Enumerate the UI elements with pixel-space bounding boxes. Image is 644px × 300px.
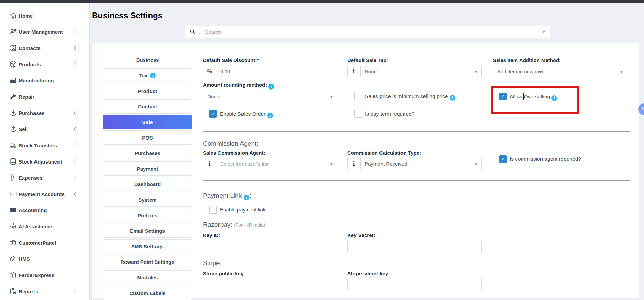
commission-calculation-type-select[interactable]: i Payment Received ▼: [347, 158, 482, 169]
select-caret-icon: ▼: [330, 95, 333, 99]
key-id-label: Key ID:: [203, 232, 221, 238]
manufacturing-icon: [9, 76, 17, 84]
select-caret-icon: ▼: [475, 162, 477, 166]
tab-payment[interactable]: Payment: [103, 161, 192, 176]
info-icon[interactable]: i: [267, 112, 273, 118]
tab-contact[interactable]: Contact: [103, 99, 192, 114]
tab-purchases[interactable]: Purchases: [103, 146, 192, 160]
sidebar-item-payment-accounts[interactable]: Payment Accounts: [0, 186, 89, 202]
sidebar-item-stock-adjustment[interactable]: Stock Adjustment: [0, 153, 89, 170]
default-sale-tax-select[interactable]: i None ▼: [347, 66, 482, 77]
sidebar: Home User Management Contacts Products M…: [0, 3, 90, 300]
is-pay-term-required-checkbox[interactable]: ✓: [354, 110, 362, 118]
info-icon[interactable]: i: [450, 95, 455, 101]
tab-system[interactable]: System: [103, 193, 192, 207]
search-dropdown-caret-icon[interactable]: ▼: [543, 30, 545, 34]
select-caret-icon: ▼: [620, 70, 623, 74]
razorpay-note: (For INR India): [234, 222, 266, 228]
payment-link-heading-colon: :: [249, 192, 251, 199]
info-prefix-icon: i: [348, 66, 361, 77]
percent-prefix-icon: %: [203, 66, 216, 77]
stripe-secret-key-input[interactable]: [348, 279, 481, 290]
tab-dashboard[interactable]: Dashboard: [103, 177, 192, 191]
sidebar-item-fardarexpress[interactable]: FardarExpress: [0, 267, 89, 283]
stripe-public-key-input[interactable]: [203, 279, 337, 290]
section-divider: [203, 131, 630, 132]
razorpay-heading-text: Razorpay:: [203, 221, 232, 228]
amount-rounding-method-label: Amount rounding method: i: [203, 82, 274, 90]
search-input[interactable]: [200, 26, 543, 38]
tab-reward-point-settings[interactable]: Reward Point Settings: [103, 255, 192, 269]
sales-item-addition-method-value: Add item in new row: [493, 66, 627, 77]
allow-overselling-label: AllowOverselling i: [510, 93, 557, 101]
products-icon: [9, 60, 17, 68]
enable-sales-order-checkbox[interactable]: ✓: [209, 110, 217, 118]
reports-icon: [9, 287, 17, 295]
sales-commission-agent-value: Select from user's list: [216, 158, 337, 169]
sidebar-item-repair[interactable]: Repair: [0, 89, 89, 105]
allow-overselling-checkbox[interactable]: ✓: [499, 93, 507, 100]
chevron-left-icon: [74, 289, 77, 293]
sidebar-item-purchases[interactable]: Purchases: [0, 105, 89, 121]
commission-calculation-type-label: Commission Calculation Type:: [347, 150, 421, 156]
users-icon: [9, 28, 17, 36]
amount-rounding-method-select[interactable]: None ▼: [203, 91, 337, 102]
tab-sale[interactable]: Sale: [103, 115, 192, 129]
sidebar-item-expenses[interactable]: $ Expenses: [0, 170, 89, 186]
settings-tab-label: POS: [142, 135, 153, 141]
settings-tab-label: Dashboard: [134, 181, 161, 187]
sidebar-item-products[interactable]: Products: [0, 56, 89, 72]
tab-email-settings[interactable]: Email Settings: [103, 224, 192, 238]
info-icon[interactable]: i: [150, 73, 156, 78]
sidebar-item-hms[interactable]: HMS: [0, 251, 89, 267]
tab-modules[interactable]: Modules: [103, 270, 192, 284]
sidebar-item-label: Reports: [19, 289, 38, 294]
tab-tax[interactable]: Tax i: [103, 68, 192, 82]
settings-tab-label: Custom Labels: [129, 290, 166, 296]
sidebar-item-manufacturing[interactable]: Manufacturing: [0, 72, 89, 89]
allow-overselling-label-part1: Allow: [510, 94, 522, 99]
section-divider: [203, 180, 630, 181]
enable-payment-link-checkbox[interactable]: ✓: [209, 206, 217, 214]
sales-price-minimum-label-text: Sales price is minimum selling price: [365, 93, 448, 99]
is-commission-agent-required-checkbox[interactable]: ✓: [499, 155, 507, 163]
sales-price-minimum-checkbox[interactable]: ✓: [354, 93, 362, 100]
info-icon[interactable]: i: [268, 84, 274, 90]
sidebar-item-user-management[interactable]: User Management: [0, 24, 89, 40]
stripe-public-key-label: Stripe public key:: [203, 271, 245, 276]
sidebar-item-accounting[interactable]: Accounting: [0, 202, 89, 218]
sidebar-item-contacts[interactable]: Contacts: [0, 40, 89, 56]
select-caret-icon: ▼: [330, 162, 333, 166]
key-secret-group: [347, 241, 482, 252]
key-id-input[interactable]: [203, 241, 337, 252]
tab-sms-settings[interactable]: SMS Settings: [103, 239, 192, 253]
tab-business[interactable]: Business: [103, 53, 192, 67]
sidebar-item-sell[interactable]: Sell: [0, 121, 89, 137]
stock-transfers-icon: [9, 141, 17, 149]
sidebar-item-label: Products: [19, 61, 41, 67]
sidebar-item-stock-transfers[interactable]: Stock Transfers: [0, 137, 89, 153]
sidebar-item-customerpanel[interactable]: CustomerPanel: [0, 234, 89, 251]
tab-product[interactable]: Product: [103, 84, 192, 98]
text-cursor: [523, 93, 524, 100]
chevron-left-icon: [74, 30, 77, 33]
sidebar-item-reports[interactable]: Reports: [0, 283, 89, 299]
default-sale-discount-group: %: [203, 66, 337, 77]
settings-tab-label: Prefixes: [138, 212, 157, 218]
sales-price-minimum-label: Sales price is minimum selling price i: [365, 93, 455, 101]
info-icon[interactable]: i: [551, 95, 557, 101]
sidebar-item-label: Home: [19, 13, 33, 19]
sales-commission-agent-select[interactable]: i Select from user's list ▼: [203, 158, 337, 169]
sidebar-item-label: User Management: [19, 29, 63, 35]
default-sale-discount-input[interactable]: [216, 66, 337, 77]
stripe-public-key-group: [203, 279, 337, 290]
tab-prefixes[interactable]: Prefixes: [103, 208, 192, 222]
sidebar-item-ai-assistance[interactable]: AI Assistance: [0, 218, 89, 234]
sidebar-item-home[interactable]: Home: [0, 7, 89, 24]
tab-custom-labels[interactable]: Custom Labels: [103, 286, 192, 300]
sales-item-addition-method-select[interactable]: Add item in new row ▼: [493, 66, 627, 77]
tab-pos[interactable]: POS: [103, 130, 192, 145]
key-secret-input[interactable]: [348, 241, 481, 252]
chevron-left-icon: [74, 46, 77, 50]
info-icon[interactable]: i: [244, 195, 249, 200]
